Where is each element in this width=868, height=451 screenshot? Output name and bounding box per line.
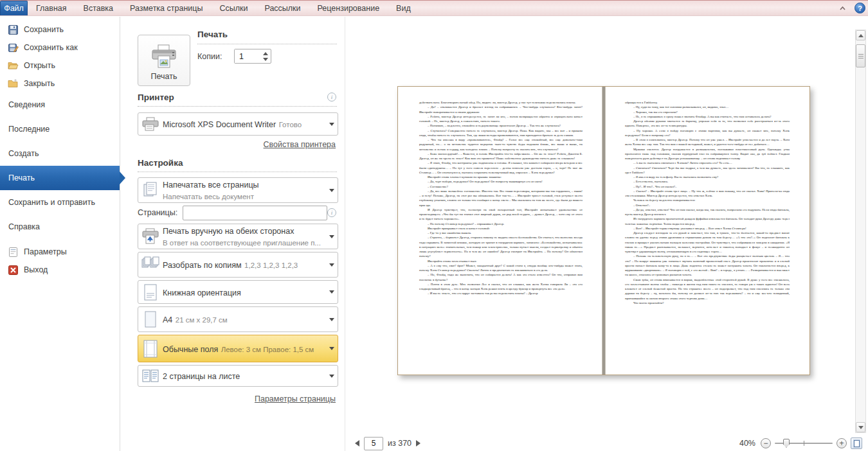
- chevron-down-icon: [326, 123, 338, 126]
- page-paragraph: Что могло произойти?: [625, 301, 790, 305]
- spin-down-icon[interactable]: [263, 58, 268, 61]
- print-button[interactable]: Печать: [138, 35, 190, 86]
- sidebar-item-options[interactable]: Параметры: [0, 243, 120, 261]
- word-backstage-print-view: Файл Главная Вставка Разметка страницы С…: [0, 0, 868, 451]
- scroll-down-button[interactable]: [856, 422, 865, 432]
- tab-references[interactable]: Ссылки: [211, 1, 256, 15]
- page-paragraph: – Где-то у вас ошибочка вышла.: [419, 231, 583, 235]
- tab-mailings[interactable]: Рассылки: [256, 1, 309, 15]
- option-label: Напечатать все страницы: [163, 181, 259, 190]
- page-paragraph: – Естественно, пытались.: [625, 179, 790, 184]
- page-paragraph: – Не, я не спрашивал; я сразу пошел звон…: [625, 114, 790, 119]
- page-paragraph: – Да-да, ответил, ответил! Что он нам ск…: [625, 208, 790, 217]
- margins-icon: [138, 340, 163, 358]
- print-range-dropdown[interactable]: Напечатать все страницы Напечатать весь …: [138, 177, 338, 203]
- sidebar-item-info[interactable]: Сведения: [0, 93, 120, 117]
- orientation-dropdown[interactable]: Книжная ориентация: [138, 280, 338, 304]
- page-paragraph: – Случилось? Совершенно ничего не случил…: [419, 128, 583, 138]
- options-icon: [8, 247, 19, 258]
- preview-scrollbar[interactable]: [855, 30, 866, 433]
- scrollbar-thumb[interactable]: [856, 44, 865, 67]
- sidebar-item-save[interactable]: Сохранить: [0, 21, 120, 39]
- margins-dropdown[interactable]: Обычные поля Левое: 3 см Правое: 1,5 см: [138, 335, 338, 362]
- printer-select-dropdown[interactable]: Microsoft XPS Document Writer Готово: [138, 112, 338, 136]
- sidebar-item-label: Последние: [8, 125, 50, 134]
- sidebar-item-save-as[interactable]: Сохранить как: [0, 39, 120, 57]
- save-as-icon: [8, 42, 19, 53]
- sidebar-item-label: Сведения: [8, 100, 45, 109]
- pages-range-input[interactable]: [183, 206, 327, 220]
- page-paragraph: – Ребята, мистер Дрэгер интересуется, не…: [419, 114, 583, 124]
- page-paragraph: Дрэгер следует взглядом за его рукой и з…: [625, 231, 790, 254]
- collate-dropdown[interactable]: Разобрать по копиям 1,2,3 1,2,3 1,2,3: [138, 252, 338, 278]
- print-button-label: Печать: [151, 72, 177, 81]
- zoom-out-button[interactable]: −: [761, 438, 771, 448]
- minimize-ribbon-button[interactable]: [835, 3, 849, 13]
- previous-page-icon[interactable]: [355, 440, 359, 447]
- printer-properties-link[interactable]: Свойства принтера: [264, 140, 336, 149]
- tab-file[interactable]: Файл: [0, 1, 28, 15]
- sidebar-item-help[interactable]: Справка: [0, 215, 120, 239]
- print-section-heading: Печать: [197, 30, 228, 39]
- sidebar-item-open[interactable]: Открыть: [0, 57, 120, 75]
- pages-label: Страницы:: [138, 208, 177, 217]
- page-paragraph: – И вы не знаете, что его вдруг заставил…: [419, 291, 583, 296]
- zoom-in-button[interactable]: +: [836, 438, 847, 448]
- copies-spin-buttons[interactable]: [260, 49, 271, 63]
- chevron-up-icon: [840, 6, 845, 10]
- page-paragraph: – Я знаю, Флойд, что контракты уже подпи…: [419, 161, 583, 175]
- tabbar-spacer: [419, 1, 835, 15]
- tab-view[interactable]: Вид: [388, 1, 419, 15]
- tab-review[interactable]: Рецензирование: [309, 1, 388, 15]
- page-paragraph: – Странно, – бормочет Дрэгер, стараясь н…: [419, 235, 583, 258]
- chevron-down-icon: [326, 318, 338, 321]
- spin-up-icon[interactable]: [263, 52, 268, 55]
- sidebar-item-label: Справка: [8, 222, 40, 231]
- sidebar-footer: Параметры Выход: [0, 243, 120, 279]
- page-paragraph: Сжав зубы, он снова вписывается в вираж,…: [625, 278, 790, 301]
- page-paragraph: – Я имел в виду по телефону. Вы не пытал…: [625, 175, 790, 179]
- option-label: Печать вручную на обеих сторонах: [163, 227, 294, 236]
- backstage-body: Сохранить Сохранить как Открыть Закрыть: [0, 17, 868, 451]
- fit-to-page-button[interactable]: [851, 438, 862, 449]
- next-page-icon[interactable]: [416, 440, 420, 447]
- page-paragraph: Ивенрайт снова хлопает кулаком по крышке…: [419, 175, 583, 179]
- zoom-percent-label[interactable]: 40%: [739, 439, 755, 448]
- option-label: Разобрать по копиям: [163, 261, 242, 270]
- page-paragraph: – Понимаю, – медленно, спокойно и недоум…: [419, 123, 583, 128]
- page-paragraph: – Соглашение?: [419, 184, 583, 189]
- page-paragraph: – Похоже на человеческую руку, но я не… …: [625, 254, 790, 277]
- current-page-input[interactable]: [364, 437, 383, 450]
- page-paragraph: – Сказал? – Ивенрайт снова трет лицо. – …: [625, 189, 790, 199]
- sidebar-item-print[interactable]: Печать: [0, 166, 120, 190]
- save-icon: [8, 24, 19, 35]
- page-paragraph: – Но, Флойд, надо же выяснить, что он со…: [419, 272, 583, 282]
- printer-section-heading: Принтер: [138, 93, 174, 102]
- sidebar-item-save-send[interactable]: Сохранить и отправить: [0, 190, 120, 215]
- page-setup-link[interactable]: Параметры страницы: [255, 394, 336, 403]
- zoom-slider-thumb[interactable]: [783, 439, 790, 448]
- help-button[interactable]: ?: [854, 3, 865, 13]
- tab-insert[interactable]: Вставка: [75, 1, 122, 15]
- paper-size-dropdown[interactable]: А4 21 см x 29,7 см: [138, 306, 338, 332]
- sidebar-item-new[interactable]: Создать: [0, 141, 120, 166]
- page-paragraph: – А вы не пытались связаться с Хэнком? Л…: [625, 161, 790, 165]
- zoom-slider[interactable]: [775, 439, 833, 448]
- sidebar-item-exit[interactable]: Выход: [0, 261, 120, 279]
- page-paragraph: – Боже милосердный!.. – Кажется, в голов…: [419, 152, 583, 161]
- pages-per-sheet-dropdown[interactable]: 2 страницы на листе: [138, 365, 338, 387]
- scroll-up-button[interactable]: [856, 30, 865, 40]
- sidebar-item-close[interactable]: Закрыть: [0, 75, 120, 93]
- pages-info-icon[interactable]: i: [327, 208, 336, 217]
- page-paragraph: – Почти в этом духе. Мне позвонил Лес и …: [419, 282, 583, 292]
- sidebar-item-recent[interactable]: Последние: [0, 117, 120, 141]
- page-paragraph: – Да, черт побери, передумал! Он передум…: [419, 179, 583, 184]
- page-navigation: из 370: [355, 436, 420, 450]
- copies-input[interactable]: [235, 49, 260, 63]
- duplex-dropdown[interactable]: Печать вручную на обеих сторонах В ответ…: [138, 224, 338, 249]
- tab-page-layout[interactable]: Разметка страницы: [122, 1, 211, 15]
- tab-home[interactable]: Главная: [28, 1, 75, 15]
- printer-info-icon[interactable]: i: [327, 93, 336, 102]
- pages-per-sheet-icon: [138, 369, 163, 382]
- page-paragraph: Из нагрудного кармана пропитанной дождем…: [625, 217, 790, 226]
